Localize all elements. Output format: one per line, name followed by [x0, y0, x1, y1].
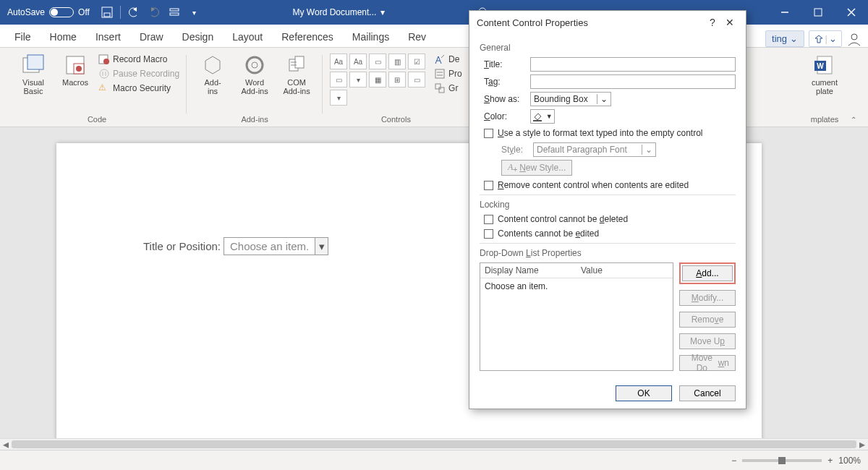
list-item[interactable]: Choose an item.	[480, 278, 673, 294]
account-icon[interactable]	[846, 31, 862, 47]
dropdown-arrow-icon[interactable]: ▾	[315, 238, 328, 255]
horizontal-scrollbar[interactable]: ◂ ▸	[0, 438, 868, 450]
dropdown-content-control[interactable]: Choose an item. ▾	[224, 237, 328, 255]
showas-label: Show as:	[484, 94, 524, 104]
add-button[interactable]: Add...	[682, 265, 733, 281]
svg-point-10	[851, 34, 857, 40]
lock-edit-label: Contents cannot be edited	[498, 228, 599, 239]
zoom-level[interactable]: 100%	[838, 456, 861, 466]
scroll-left-icon[interactable]: ◂	[0, 439, 12, 450]
editing-mode-button[interactable]: ting ⌄	[765, 30, 804, 47]
tab-draw[interactable]: Draw	[131, 27, 172, 47]
remove-cc-checkbox[interactable]	[484, 181, 493, 190]
zoom-in-icon[interactable]: +	[827, 456, 833, 466]
word-addins-button[interactable]: Word Add-ins	[236, 54, 273, 95]
use-style-checkbox[interactable]	[484, 129, 493, 138]
record-icon	[98, 54, 110, 65]
showas-select[interactable]: Bounding Box⌄	[530, 92, 611, 106]
scroll-right-icon[interactable]: ▸	[856, 439, 868, 450]
svg-rect-12	[27, 55, 43, 69]
svg-rect-0	[102, 7, 112, 17]
buildingblock-control-icon[interactable]: ▥	[388, 54, 406, 69]
properties-button[interactable]: Pro	[434, 68, 462, 80]
group-controls-button[interactable]: Gr	[434, 82, 462, 94]
color-picker[interactable]: ▼	[530, 109, 555, 124]
title-input[interactable]	[530, 57, 736, 72]
move-up-button: Move Up	[679, 333, 736, 349]
svg-rect-32	[439, 87, 444, 93]
macro-security-button[interactable]: ⚠Macro Security	[98, 82, 179, 94]
zoom-out-icon[interactable]: −	[731, 456, 736, 466]
design-mode-button[interactable]: De	[434, 54, 462, 65]
combobox-control-icon[interactable]: ▭	[330, 72, 347, 87]
record-macro-button[interactable]: Record Macro	[98, 54, 179, 65]
addins-button[interactable]: Add- ins	[194, 54, 231, 95]
repeating-control-icon[interactable]: ⊞	[388, 72, 406, 87]
ok-button[interactable]: OK	[616, 385, 672, 401]
document-title[interactable]: My Word Document... ▾	[205, 7, 473, 17]
group-label: mplates	[811, 114, 839, 127]
help-icon[interactable]: ?	[704, 17, 721, 28]
svg-point-23	[252, 62, 258, 68]
tab-references[interactable]: References	[273, 27, 342, 47]
cancel-button[interactable]: Cancel	[679, 385, 736, 401]
save-icon[interactable]	[97, 2, 117, 22]
group-templates: W cument plate mplates ⌃	[799, 51, 861, 127]
svg-text:W: W	[817, 62, 824, 70]
field-label: Title or Position:	[143, 240, 221, 252]
lock-delete-checkbox[interactable]	[484, 215, 493, 224]
collapse-ribbon-icon[interactable]: ⌃	[851, 116, 856, 124]
undo-icon[interactable]	[124, 2, 144, 22]
macros-button[interactable]: Macros	[56, 54, 94, 87]
chevron-down-icon: ⌄	[597, 94, 608, 104]
svg-rect-7	[814, 9, 822, 16]
autosave-toggle[interactable]	[49, 7, 74, 17]
com-addins-button[interactable]: COM Add-ins	[278, 54, 315, 95]
lock-edit-checkbox[interactable]	[484, 229, 493, 239]
tab-mailings[interactable]: Mailings	[344, 27, 398, 47]
document-template-button[interactable]: W cument plate	[806, 54, 843, 95]
com-addins-icon	[285, 54, 308, 77]
svg-rect-1	[104, 13, 110, 17]
chevron-down-icon: ⌄	[829, 33, 837, 44]
dialog-titlebar[interactable]: Content Control Properties ? ✕	[469, 11, 746, 34]
chevron-down-icon: ⌄	[642, 145, 652, 155]
legacy-tools-icon[interactable]: ▾	[330, 90, 347, 106]
chevron-down-icon: ⌄	[790, 33, 798, 44]
tab-insert[interactable]: Insert	[87, 27, 129, 47]
tab-file[interactable]: File	[6, 27, 40, 47]
bucket-icon	[532, 111, 542, 121]
dropdown-placeholder: Choose an item.	[224, 238, 315, 255]
tag-input[interactable]	[530, 74, 736, 89]
qat-more-icon[interactable]	[164, 2, 184, 22]
qat-dropdown-icon[interactable]: ▾	[184, 2, 205, 22]
autosave-control[interactable]: AutoSave Off	[0, 7, 97, 17]
visual-basic-button[interactable]: Visual Basic	[14, 54, 52, 95]
legacy-control-icon[interactable]: ▭	[408, 72, 425, 87]
dropdown-control-icon[interactable]: ▾	[349, 72, 367, 87]
checkbox-control-icon[interactable]: ☑	[408, 54, 425, 69]
close-icon[interactable]	[835, 2, 868, 22]
visual-basic-icon	[22, 54, 45, 77]
close-icon[interactable]: ✕	[721, 17, 739, 28]
maximize-icon[interactable]	[801, 2, 835, 22]
picture-control-icon[interactable]: ▭	[369, 54, 386, 69]
zoom-slider[interactable]	[742, 459, 822, 462]
datepicker-control-icon[interactable]: ▦	[369, 72, 386, 87]
tab-layout[interactable]: Layout	[224, 27, 271, 47]
tab-design[interactable]: Design	[174, 27, 223, 47]
tab-review-truncated[interactable]: Rev	[399, 27, 435, 47]
share-button[interactable]: |⌄	[809, 30, 842, 47]
tab-home[interactable]: Home	[41, 27, 85, 47]
plaintext-control-icon[interactable]: Aa	[349, 54, 367, 69]
pause-recording-button: Pause Recording	[98, 68, 179, 80]
dropdown-items-list[interactable]: Display Name Value Choose an item.	[480, 262, 673, 371]
scroll-thumb[interactable]	[12, 440, 856, 448]
richtext-control-icon[interactable]: Aa	[330, 54, 347, 69]
redo-icon[interactable]	[144, 2, 164, 22]
minimize-icon[interactable]	[768, 2, 801, 22]
move-down-button: Move Down	[679, 355, 736, 371]
controls-gallery[interactable]: Aa Aa ▭ ▥ ☑ ▭ ▾ ▦ ⊞ ▭ ▾	[330, 54, 425, 106]
svg-rect-2	[170, 9, 179, 11]
section-locking: Locking	[480, 200, 736, 210]
